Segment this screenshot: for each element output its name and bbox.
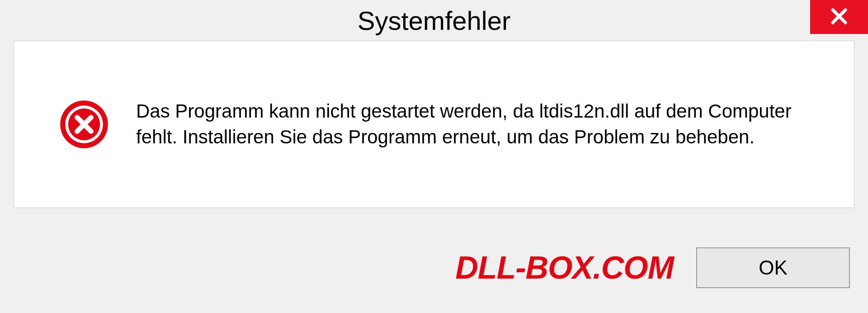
watermark-text: DLL-BOX.COM [455, 250, 674, 286]
error-message: Das Programm kann nicht gestartet werden… [136, 99, 818, 150]
close-button[interactable] [810, 0, 868, 34]
content-panel: Das Programm kann nicht gestartet werden… [14, 41, 854, 208]
ok-button[interactable]: OK [696, 247, 850, 288]
dialog-footer: DLL-BOX.COM OK [0, 223, 868, 313]
close-icon [830, 7, 849, 28]
titlebar: Systemfehler [0, 0, 868, 41]
dialog-title: Systemfehler [358, 5, 510, 36]
error-icon [59, 100, 109, 149]
